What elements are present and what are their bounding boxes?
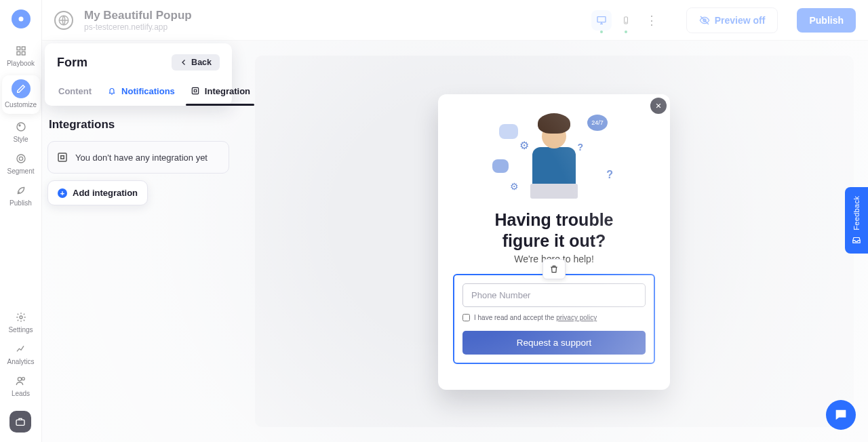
grid-icon [15,45,27,57]
chat-launcher[interactable] [826,400,856,430]
rail-playbook[interactable]: Playbook [2,41,40,73]
integrations-empty-state: You don't have any integration yet [47,141,229,174]
tab-notifications[interactable]: Notifications [105,80,176,106]
svg-rect-13 [597,16,606,22]
panel-title: Form [57,56,87,70]
globe-icon[interactable] [54,11,73,30]
privacy-link[interactable]: privacy policy [556,314,597,321]
svg-point-8 [19,157,22,160]
rail-settings[interactable]: Settings [2,307,40,339]
bell-icon [106,85,117,96]
badge-247: 24/7 [587,115,608,131]
svg-point-10 [18,378,21,381]
trash-icon [549,264,559,274]
rail-label: Style [13,136,28,143]
plus-circle-icon: + [58,188,67,198]
close-icon [655,102,662,109]
chat-icon [833,407,848,422]
svg-point-15 [625,22,626,22]
phone-input[interactable] [462,283,646,307]
device-desktop[interactable] [591,10,612,31]
popup-submit-button[interactable]: Request a support [462,331,646,355]
tab-integration[interactable]: Integration [189,80,252,106]
title-block: My Beautiful Popup ps-testceren.netlify.… [84,9,192,32]
target-icon [15,153,27,165]
topbar: My Beautiful Popup ps-testceren.netlify.… [42,0,868,41]
more-menu[interactable]: ⋮ [640,10,663,31]
rail-analytics[interactable]: Analytics [2,339,40,371]
svg-rect-3 [17,52,20,55]
rail-label: Analytics [7,358,34,365]
arrow-left-icon [180,58,188,66]
svg-rect-19 [16,420,24,425]
page-subtitle: ps-testceren.netlify.app [84,22,192,32]
users-icon [15,375,27,387]
pencil-icon [12,79,31,98]
svg-rect-17 [192,87,198,94]
chart-line-icon [15,343,27,355]
svg-point-0 [18,17,23,22]
svg-point-6 [19,125,20,126]
preview-toggle-button[interactable]: Preview off [686,7,778,33]
rail-style[interactable]: Style [2,117,40,148]
rail-publish[interactable]: Publish [2,180,40,212]
page-title: My Beautiful Popup [84,9,192,22]
rail-label: Leads [12,390,30,397]
rail-segment[interactable]: Segment [2,148,40,180]
svg-point-11 [22,378,24,380]
palette-icon [15,121,27,133]
rocket-icon [15,184,27,197]
eye-off-icon [699,15,710,26]
integration-outline-icon [56,151,68,163]
customizer-panel: Form Back Content Notifications Integrat… [45,43,232,205]
consent-checkbox[interactable] [462,314,470,321]
popup-preview: 24/7 ⚙⚙ ?? Having troublefigure it out? … [438,94,670,390]
popup-illustration: 24/7 ⚙⚙ ?? [496,115,612,196]
svg-point-9 [20,316,22,319]
svg-rect-18 [58,153,66,161]
popup-form-selected[interactable]: I have read and accept the privacy polic… [453,274,655,364]
svg-rect-2 [22,47,25,50]
app-logo[interactable] [12,9,31,28]
add-integration-button[interactable]: + Add integration [47,180,148,205]
integrations-heading: Integrations [47,118,229,132]
rail-customize[interactable]: Customize [2,75,40,114]
briefcase-icon [15,416,26,427]
publish-button[interactable]: Publish [797,8,856,33]
svg-point-7 [17,155,25,163]
svg-rect-4 [22,52,25,55]
device-mobile[interactable] [616,10,636,31]
feedback-tab[interactable]: Feedback [845,187,868,254]
mobile-icon [622,14,630,26]
rail-leads[interactable]: Leads [2,371,40,403]
desktop-icon [595,15,608,26]
rail-label: Segment [7,167,34,175]
delete-element-button[interactable] [542,259,566,279]
left-rail: Playbook Customize Style Segment Publish… [0,0,42,442]
gear-icon [15,311,27,323]
rail-label: Playbook [7,60,35,67]
device-switcher: ⋮ [591,10,663,31]
rail-label: Customize [5,101,37,108]
popup-close-button[interactable] [650,98,667,114]
svg-rect-1 [17,47,20,50]
tab-content[interactable]: Content [57,80,93,106]
panel-tabs: Content Notifications Integration [57,80,220,106]
preview-canvas: 24/7 ⚙⚙ ?? Having troublefigure it out? … [255,56,854,427]
consent-row[interactable]: I have read and accept the privacy polic… [462,314,646,321]
briefcase-button[interactable] [9,411,31,433]
popup-headline: Having troublefigure it out? [453,209,655,251]
svg-point-5 [17,123,25,131]
integration-icon [190,85,201,96]
rail-label: Publish [9,199,32,207]
rail-label: Settings [8,326,33,334]
inbox-icon [851,235,862,245]
back-button[interactable]: Back [172,54,220,71]
